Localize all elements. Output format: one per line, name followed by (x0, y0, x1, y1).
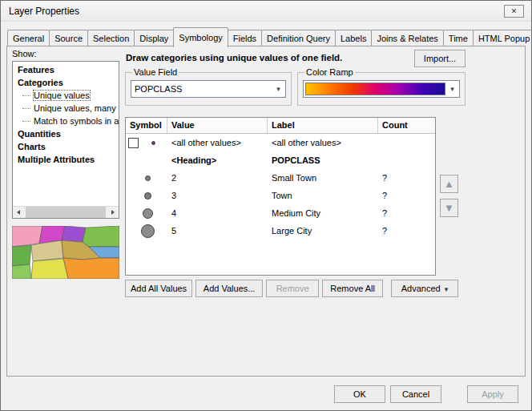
tab-definition-query[interactable]: Definition Query (261, 30, 336, 46)
tab-strip: GeneralSourceSelectionDisplaySymbologyFi… (7, 27, 525, 46)
tree-item-label: Charts (18, 142, 46, 151)
symbology-tab-page: Show: FeaturesCategoriesUnique valuesUni… (6, 46, 526, 377)
value-field-dropdown[interactable]: POPCLASS ▾ (131, 80, 286, 98)
ok-button-label: OK (353, 389, 366, 399)
tree-item-label: Multiple Attributes (18, 155, 95, 164)
apply-button[interactable]: Apply (467, 385, 518, 403)
tab-labels[interactable]: Labels (335, 30, 372, 46)
point-symbol-icon (143, 208, 153, 219)
tree-item-label: Quantities (18, 129, 61, 139)
count-cell: ? (378, 226, 435, 236)
add-all-values-button[interactable]: Add All Values (125, 280, 192, 297)
tree-horizontal-scrollbar[interactable] (13, 206, 119, 218)
value-field-label: Value Field (132, 67, 179, 77)
show-tree-item-features[interactable]: Features (13, 63, 119, 76)
tab-html-popup[interactable]: HTML Popup (473, 30, 532, 46)
count-cell: ? (378, 208, 435, 218)
close-button[interactable]: ✕ (504, 5, 524, 18)
show-tree-item-charts[interactable]: Charts (13, 140, 119, 153)
symbol-cell (126, 151, 167, 169)
column-header-value: Value (167, 118, 268, 133)
table-row[interactable]: 4Medium City? (126, 204, 435, 222)
tab-selection[interactable]: Selection (87, 30, 135, 46)
tree-item-label: Match to symbols in a (34, 116, 119, 126)
table-row[interactable]: <Heading>POPCLASS (126, 151, 435, 169)
scrollbar-thumb[interactable] (26, 207, 106, 218)
table-row[interactable]: 2Small Town? (126, 169, 435, 187)
move-up-button[interactable]: ▲ (440, 175, 458, 193)
column-header-symbol: Symbol (126, 118, 167, 133)
value-cell: 5 (167, 226, 268, 236)
scroll-right-arrow-icon[interactable] (107, 207, 119, 218)
symbol-cell (126, 134, 167, 151)
panel-description: Draw categories using unique values of o… (126, 53, 408, 62)
value-cell: <Heading> (167, 155, 268, 165)
table-header-row: SymbolValueLabelCount (126, 118, 435, 134)
tab-display[interactable]: Display (134, 30, 174, 46)
add-values-button[interactable]: Add Values... (195, 280, 263, 297)
tab-time[interactable]: Time (443, 30, 474, 46)
unique-values-table: SymbolValueLabelCount <all other values>… (125, 117, 436, 276)
symbol-cell (126, 204, 167, 222)
show-tree-item-multiple-attributes[interactable]: Multiple Attributes (13, 153, 119, 166)
ok-button[interactable]: OK (334, 385, 385, 403)
cancel-button[interactable]: Cancel (390, 385, 441, 403)
show-tree-item-unique-values-many[interactable]: Unique values, many (13, 102, 119, 115)
table-row[interactable]: 3Town? (126, 187, 435, 204)
show-tree: FeaturesCategoriesUnique valuesUnique va… (12, 61, 119, 219)
value-field-selected-value: POPCLASS (131, 84, 272, 94)
tab-fields[interactable]: Fields (228, 30, 262, 46)
tab-general[interactable]: General (7, 30, 50, 46)
column-header-count: Count (378, 118, 435, 133)
tab-source[interactable]: Source (49, 30, 88, 46)
count-cell: ? (378, 173, 435, 183)
show-tree-item-categories[interactable]: Categories (13, 76, 119, 89)
advanced-button[interactable]: Advanced▾ (391, 280, 458, 297)
show-tree-item-unique-values[interactable]: Unique values (13, 89, 119, 102)
point-symbol-icon (145, 175, 151, 181)
chevron-down-icon: ▾ (272, 85, 285, 93)
color-ramp-swatch (305, 83, 445, 95)
value-cell: <all other values> (167, 138, 268, 147)
table-row[interactable]: 5Large City? (126, 222, 435, 240)
label-cell: Town (268, 191, 378, 200)
show-tree-items: FeaturesCategoriesUnique valuesUnique va… (13, 63, 119, 206)
button-label: Remove (276, 284, 309, 293)
label-cell: Medium City (268, 208, 378, 218)
table-row[interactable]: <all other values><all other values> (126, 134, 435, 151)
chevron-down-icon: ▾ (445, 85, 459, 93)
table-action-buttons: Add All ValuesAdd Values...RemoveRemove … (125, 280, 458, 297)
down-arrow-icon: ▼ (444, 202, 454, 214)
show-tree-item-match-to-symbols-in-a[interactable]: Match to symbols in a (13, 115, 119, 127)
cancel-button-label: Cancel (402, 389, 429, 399)
titlebar[interactable]: Layer Properties ✕ (1, 1, 531, 22)
tree-item-label: Unique values, many (34, 103, 116, 113)
tab-symbology[interactable]: Symbology (173, 27, 228, 47)
tree-item-label: Unique values (34, 91, 90, 100)
remove-button[interactable]: Remove (266, 280, 319, 297)
tab-joins-relates[interactable]: Joins & Relates (371, 30, 443, 46)
count-cell: ? (378, 191, 435, 200)
value-cell: 2 (167, 173, 268, 183)
symbol-cell (126, 169, 167, 187)
import-button[interactable]: Import... (414, 50, 466, 67)
all-other-values-checkbox[interactable] (128, 138, 139, 148)
color-ramp-dropdown[interactable]: ▾ (303, 80, 460, 98)
layer-properties-dialog: Layer Properties ✕ GeneralSourceSelectio… (0, 0, 532, 411)
remove-all-button[interactable]: Remove All (322, 280, 383, 297)
button-label: Remove All (330, 284, 375, 293)
apply-button-label: Apply (482, 389, 504, 399)
show-tree-item-quantities[interactable]: Quantities (13, 127, 119, 140)
move-down-button[interactable]: ▼ (440, 199, 458, 217)
value-cell: 3 (167, 191, 268, 200)
map-preview-image (12, 226, 119, 279)
button-label: Add Values... (204, 284, 256, 293)
tree-item-label: Categories (18, 78, 63, 87)
point-symbol-icon (144, 192, 151, 199)
scroll-left-arrow-icon[interactable] (13, 207, 25, 218)
dialog-footer: OK Cancel Apply (334, 385, 518, 403)
show-label: Show: (12, 49, 37, 58)
label-cell: Large City (268, 226, 378, 236)
label-cell: <all other values> (268, 138, 378, 147)
color-ramp-label: Color Ramp (304, 67, 355, 77)
